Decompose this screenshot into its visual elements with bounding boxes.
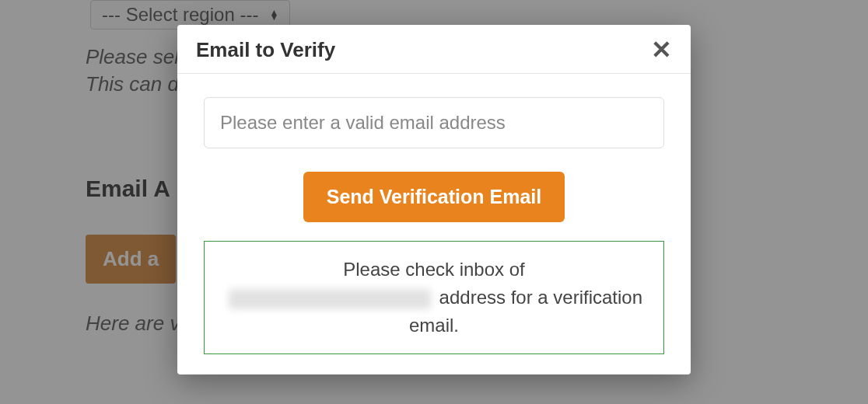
notice-prefix: Please check inbox of [343, 259, 524, 280]
modal-overlay: Email to Verify ✕ Send Verification Emai… [0, 0, 868, 404]
send-verification-button[interactable]: Send Verification Email [303, 172, 565, 222]
redacted-email [229, 289, 431, 309]
notice-suffix: address for a verification email. [409, 287, 642, 336]
modal-body: Send Verification Email Please check inb… [177, 74, 691, 374]
verification-notice: Please check inbox of address for a veri… [204, 241, 664, 354]
modal-title: Email to Verify [196, 38, 335, 62]
modal-header: Email to Verify ✕ [177, 25, 691, 74]
verify-email-modal: Email to Verify ✕ Send Verification Emai… [177, 25, 691, 374]
email-input[interactable] [204, 97, 664, 148]
close-icon[interactable]: ✕ [651, 37, 672, 62]
